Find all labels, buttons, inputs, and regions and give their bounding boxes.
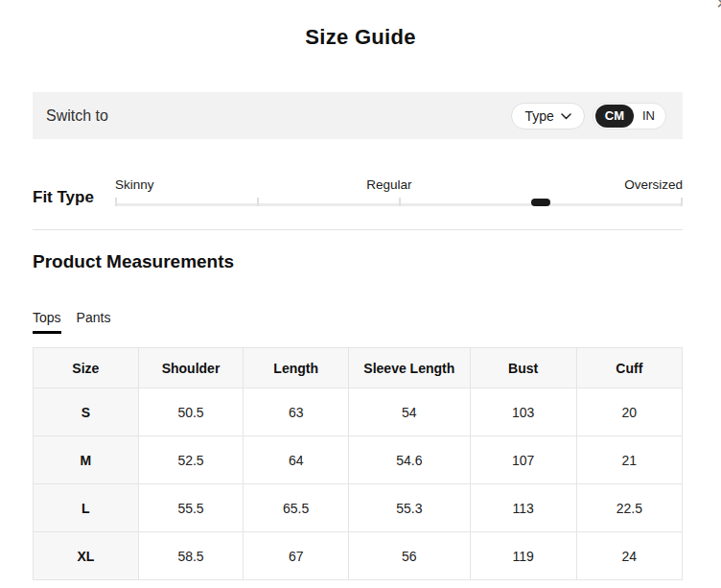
- bust-cell: 119: [470, 532, 576, 580]
- fit-type-label: Fit Type: [33, 189, 115, 206]
- chevron-down-icon: [561, 113, 571, 120]
- table-row: M 52.5 64 54.6 107 21: [34, 436, 683, 484]
- column-header-bust: Bust: [470, 348, 576, 388]
- fit-type-slider: Skinny Regular Oversized: [115, 177, 683, 206]
- type-dropdown-label: Type: [524, 108, 553, 124]
- fit-type-scale-labels: Skinny Regular Oversized: [115, 177, 683, 192]
- size-cell: M: [34, 436, 139, 484]
- size-guide-panel: Switch to Type CM IN Fit Type Skinny Reg…: [33, 92, 683, 580]
- bust-cell: 103: [470, 388, 576, 436]
- fit-type-track-wrap: [115, 195, 683, 206]
- product-measurements-title: Product Measurements: [33, 251, 683, 272]
- section-divider: [33, 229, 683, 230]
- unit-option-in[interactable]: IN: [634, 109, 663, 122]
- sleeve-length-cell: 55.3: [349, 484, 471, 532]
- size-cell: XL: [34, 532, 139, 580]
- column-header-length: Length: [244, 348, 349, 388]
- fit-type-marker[interactable]: [531, 199, 550, 206]
- column-header-sleeve-length: Sleeve Length: [349, 348, 471, 388]
- cuff-cell: 21: [576, 436, 682, 484]
- fit-type-tick: [257, 198, 259, 206]
- fit-type-tick: [115, 198, 117, 206]
- shoulder-cell: 52.5: [138, 436, 244, 484]
- column-header-shoulder: Shoulder: [138, 348, 244, 388]
- shoulder-cell: 50.5: [138, 388, 244, 436]
- fit-type-tick: [681, 198, 683, 206]
- fit-label-regular: Regular: [366, 177, 411, 192]
- cuff-cell: 24: [576, 532, 682, 580]
- table-header-row: Size Shoulder Length Sleeve Length Bust …: [34, 348, 683, 388]
- cuff-cell: 20: [576, 388, 682, 436]
- column-header-size: Size: [34, 348, 139, 388]
- column-header-cuff: Cuff: [576, 348, 682, 388]
- sleeve-length-cell: 56: [349, 532, 471, 580]
- sleeve-length-cell: 54.6: [349, 436, 471, 484]
- size-cell: L: [34, 484, 139, 532]
- sleeve-length-cell: 54: [349, 388, 471, 436]
- length-cell: 65.5: [244, 484, 349, 532]
- close-icon[interactable]: ✕: [716, 0, 721, 12]
- length-cell: 67: [244, 532, 349, 580]
- measurement-tabs: Tops Pants: [33, 310, 683, 334]
- table-row: S 50.5 63 54 103 20: [34, 388, 683, 436]
- tab-tops[interactable]: Tops: [33, 310, 61, 334]
- bust-cell: 113: [470, 484, 576, 532]
- bust-cell: 107: [470, 436, 576, 484]
- switch-to-label: Switch to: [46, 107, 108, 125]
- length-cell: 64: [244, 436, 349, 484]
- size-cell: S: [34, 388, 139, 436]
- switch-to-bar: Switch to Type CM IN: [33, 92, 683, 139]
- cuff-cell: 22.5: [576, 484, 682, 532]
- switch-controls: Type CM IN: [511, 103, 666, 129]
- unit-option-cm[interactable]: CM: [595, 105, 634, 128]
- type-dropdown-button[interactable]: Type: [511, 103, 584, 129]
- shoulder-cell: 55.5: [138, 484, 244, 532]
- fit-type-section: Fit Type Skinny Regular Oversized: [33, 177, 683, 206]
- unit-toggle: CM IN: [593, 103, 666, 129]
- table-row: XL 58.5 67 56 119 24: [34, 532, 683, 580]
- fit-label-oversized: Oversized: [624, 177, 683, 192]
- length-cell: 63: [244, 388, 349, 436]
- fit-label-skinny: Skinny: [115, 177, 154, 192]
- table-row: L 55.5 65.5 55.3 113 22.5: [34, 484, 683, 532]
- fit-type-tick: [399, 198, 401, 206]
- measurements-table: Size Shoulder Length Sleeve Length Bust …: [33, 347, 683, 580]
- tab-pants[interactable]: Pants: [77, 310, 111, 334]
- shoulder-cell: 58.5: [138, 532, 244, 580]
- page-title: Size Guide: [0, 0, 721, 50]
